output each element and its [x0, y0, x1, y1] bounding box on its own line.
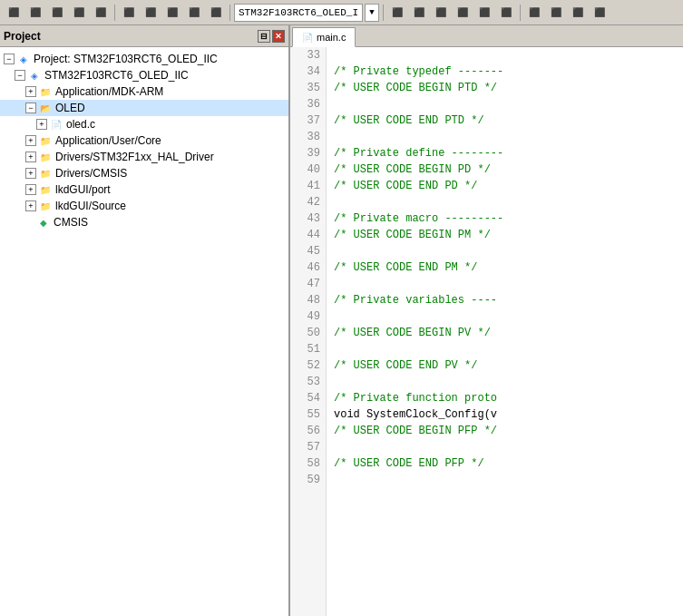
panel-header: Project ⊟ ✕ — [0, 25, 288, 47]
tree-item-hal[interactable]: + 📁 Drivers/STM32F1xx_HAL_Driver — [0, 149, 288, 165]
code-line — [334, 129, 683, 145]
toolbar-build-btn[interactable]: ⬛ — [387, 3, 407, 23]
tree-label-cmsis-drv: Drivers/CMSIS — [55, 167, 127, 180]
tree-expand-l1[interactable]: − — [15, 70, 25, 81]
toolbar-btn-7[interactable]: ⬛ — [141, 3, 161, 23]
line-number: 54 — [290, 390, 320, 406]
line-number: 44 — [290, 227, 320, 243]
code-line: /* Private variables ---- — [334, 292, 683, 308]
folder-icon-mdk: 📁 — [38, 85, 53, 98]
folder-icon-usercore: 📁 — [38, 134, 53, 147]
line-number: 55 — [290, 406, 320, 423]
project-panel: Project ⊟ ✕ − ◈ Project: STM32F103RCT6_O… — [0, 25, 290, 616]
toolbar-btn-9[interactable]: ⬛ — [184, 3, 204, 23]
tree-label-root: Project: STM32F103RCT6_OLED_IIC — [34, 53, 218, 65]
tree-item-cmsis[interactable]: ◆ CMSIS — [0, 214, 288, 230]
tree-expand-oledc[interactable]: + — [36, 119, 47, 130]
toolbar-debug-btn[interactable]: ⬛ — [453, 3, 473, 23]
code-line: /* USER CODE END PV */ — [334, 357, 683, 374]
toolbar-btn-5[interactable]: ⬛ — [91, 3, 111, 23]
code-line — [334, 341, 683, 357]
code-line — [334, 439, 683, 455]
toolbar-btn-2[interactable]: ⬛ — [25, 3, 45, 23]
tree-expand-mdk[interactable]: + — [25, 86, 36, 97]
tree-label-oled: OLED — [55, 102, 85, 114]
line-number: 50 — [290, 325, 320, 341]
panel-dock-btn[interactable]: ⊟ — [258, 30, 270, 43]
tree-expand-lkd-port[interactable]: + — [25, 184, 36, 195]
toolbar-btn-6[interactable]: ⬛ — [119, 3, 139, 23]
code-lines: /* Private typedef -------/* USER CODE B… — [327, 47, 683, 616]
line-number: 43 — [290, 210, 320, 227]
tree-item-lkd-port[interactable]: + 📁 lkdGUI/port — [0, 181, 288, 198]
tree-expand-hal[interactable]: + — [25, 152, 36, 162]
tree-label-lkd-port: lkdGUI/port — [55, 183, 111, 196]
folder-icon-hal: 📁 — [38, 151, 53, 163]
panel-title: Project — [4, 30, 41, 43]
panel-header-buttons: ⊟ ✕ — [258, 30, 285, 43]
toolbar-sep-3 — [383, 5, 384, 21]
code-line: /* USER CODE BEGIN PTD */ — [334, 80, 683, 96]
toolbar-stop-btn[interactable]: ⬛ — [496, 3, 516, 23]
tree-expand-usercore[interactable]: + — [25, 135, 36, 146]
toolbar-extra-btn-3[interactable]: ⬛ — [568, 3, 588, 23]
tree-label-lkd-src: lkdGUI/Source — [55, 200, 126, 212]
line-number: 58 — [290, 455, 320, 472]
folder-icon-lkd-src: 📁 — [38, 200, 53, 212]
toolbar-rebuild-btn[interactable]: ⬛ — [409, 3, 429, 23]
toolbar-btn-4[interactable]: ⬛ — [69, 3, 89, 23]
folder-icon-lkd-port: 📁 — [38, 183, 53, 196]
toolbar-load-btn[interactable]: ⬛ — [431, 3, 451, 23]
tree-item-root[interactable]: − ◈ Project: STM32F103RCT6_OLED_IIC — [0, 51, 288, 67]
line-number: 39 — [290, 145, 320, 161]
tree-expand-lkd-src[interactable]: + — [25, 200, 36, 211]
toolbar-sep-2 — [229, 5, 230, 21]
tree-item-usercore[interactable]: + 📁 Application/User/Core — [0, 132, 288, 149]
code-line: /* USER CODE END PD */ — [334, 178, 683, 194]
toolbar-extra-btn-2[interactable]: ⬛ — [546, 3, 566, 23]
line-number: 52 — [290, 357, 320, 374]
code-line: /* USER CODE END PFP */ — [334, 455, 683, 472]
code-line: /* USER CODE BEGIN PD */ — [334, 161, 683, 178]
code-line: /* USER CODE BEGIN PFP */ — [334, 423, 683, 439]
tree-expand-cmsis-drv[interactable]: + — [25, 168, 36, 179]
code-line: /* USER CODE END PTD */ — [334, 112, 683, 129]
code-line — [334, 308, 683, 325]
code-line: /* USER CODE BEGIN PV */ — [334, 325, 683, 341]
line-number: 49 — [290, 308, 320, 325]
code-area[interactable]: 3334353637383940414243444546474849505152… — [290, 47, 683, 616]
line-number: 57 — [290, 439, 320, 455]
toolbar-btn-8[interactable]: ⬛ — [162, 3, 182, 23]
toolbar-extra-btn-1[interactable]: ⬛ — [524, 3, 544, 23]
folder-icon-oled: 📂 — [38, 102, 53, 114]
tree-expand-root[interactable]: − — [4, 54, 15, 64]
tree-item-lkd-src[interactable]: + 📁 lkdGUI/Source — [0, 198, 288, 214]
tree-item-oled[interactable]: − 📂 OLED — [0, 100, 288, 116]
code-line: /* Private define -------- — [334, 145, 683, 161]
line-number: 59 — [290, 472, 320, 488]
tree-expand-oled[interactable]: − — [25, 103, 36, 113]
diamond-icon-cmsis: ◆ — [36, 216, 51, 229]
line-number: 53 — [290, 374, 320, 390]
tree-item-oledc[interactable]: + 📄 oled.c — [0, 116, 288, 132]
tab-file-icon: 📄 — [302, 33, 313, 43]
code-line — [334, 374, 683, 390]
code-line: void SystemClock_Config(v — [334, 406, 683, 423]
tree-label-oledc: oled.c — [66, 118, 95, 131]
tree-item-mdk[interactable]: + 📁 Application/MDK-ARM — [0, 83, 288, 100]
panel-close-btn[interactable]: ✕ — [272, 30, 285, 43]
line-number: 34 — [290, 64, 320, 80]
tree-item-l1[interactable]: − ◈ STM32F103RCT6_OLED_IIC — [0, 67, 288, 83]
toolbar-extra-btn-4[interactable]: ⬛ — [590, 3, 610, 23]
tree-label-l1: STM32F103RCT6_OLED_IIC — [44, 69, 189, 82]
toolbar-btn-1[interactable]: ⬛ — [4, 3, 24, 23]
tree-item-cmsis-drv[interactable]: + 📁 Drivers/CMSIS — [0, 165, 288, 181]
project-dropdown-arrow[interactable]: ▼ — [365, 4, 379, 22]
toolbar-run-btn[interactable]: ⬛ — [474, 3, 494, 23]
toolbar-btn-3[interactable]: ⬛ — [47, 3, 67, 23]
code-line: /* USER CODE BEGIN PM */ — [334, 227, 683, 243]
project-dropdown-label[interactable]: STM32F103RCT6_OLED_I — [234, 4, 363, 22]
toolbar-btn-10[interactable]: ⬛ — [206, 3, 226, 23]
code-line — [334, 276, 683, 292]
tab-main-c[interactable]: 📄 main.c — [292, 27, 356, 47]
